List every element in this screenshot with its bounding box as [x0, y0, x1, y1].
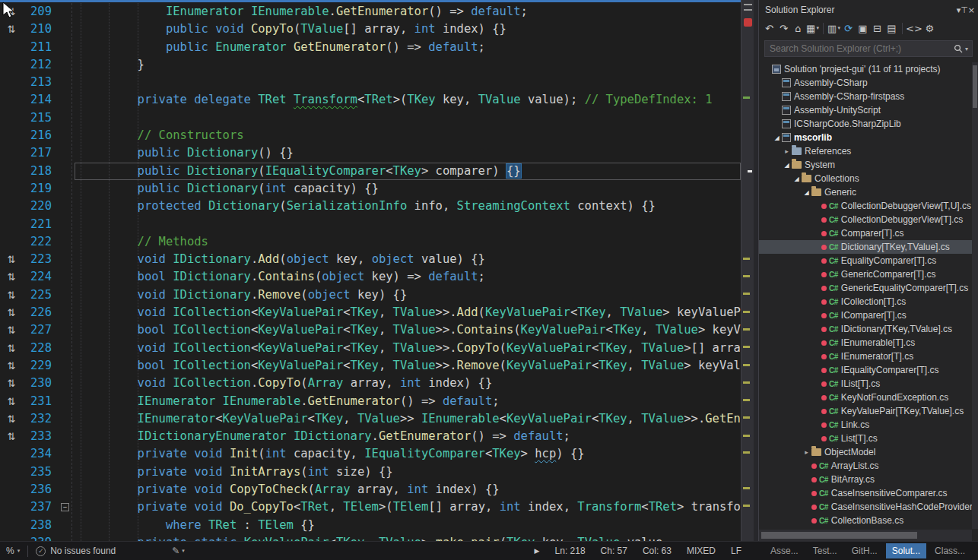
close-icon[interactable]: ×	[968, 5, 975, 15]
implements-arrows-icon[interactable]: ⇅	[8, 343, 16, 354]
code-line-236[interactable]: 236private void CopyToCheck(Array array,…	[0, 481, 741, 498]
tool-tab-test[interactable]: Test...	[807, 543, 843, 558]
back-icon[interactable]: ↶	[762, 21, 776, 36]
code-line-228[interactable]: ⇅228void ICollection<KeyValuePair<TKey, …	[0, 340, 741, 357]
code-line-217[interactable]: 217public Dictionary() {}	[0, 144, 741, 162]
tree-item[interactable]: C#CollectionDebuggerView[T].cs	[759, 213, 972, 226]
tree-item[interactable]: C#ICollection[T].cs	[759, 295, 972, 308]
tree-item[interactable]: C#CollectionDebuggerView[T,U].cs	[759, 199, 972, 213]
expander-icon[interactable]: ◢	[782, 162, 792, 169]
search-options-caret-icon[interactable]: ▾	[965, 46, 968, 52]
tool-tab-gith[interactable]: GitH...	[846, 543, 884, 558]
tree-item[interactable]: C#IEqualityComparer[T].cs	[759, 363, 972, 377]
code-line-214[interactable]: 214private delegate TRet Transform<TRet>…	[0, 91, 741, 109]
tree-item[interactable]: C#Dictionary[TKey,TValue].cs	[759, 240, 972, 254]
tree-item[interactable]: Assembly-CSharp	[759, 76, 972, 90]
code-line-209[interactable]: ⇅209IEnumerator IEnumerable.GetEnumerato…	[0, 3, 741, 21]
implements-arrows-icon[interactable]: ⇅	[8, 378, 16, 389]
code-line-211[interactable]: 211public Enumerator GetEnumerator() => …	[0, 39, 741, 56]
tree-item[interactable]: C#CollectionBase.cs	[759, 514, 972, 527]
tool-tab-tea[interactable]: Tea...	[973, 543, 978, 558]
issues-indicator[interactable]: ✓ No issues found	[36, 546, 116, 556]
tree-item[interactable]: ◢mscorlib	[759, 131, 972, 144]
implements-arrows-icon[interactable]: ⇅	[8, 24, 16, 35]
code-line-218[interactable]: 218public Dictionary(IEqualityComparer<T…	[0, 163, 741, 180]
tree-item[interactable]: Solution 'project-gui' (11 of 11 project…	[759, 62, 972, 76]
code-line-231[interactable]: ⇅231IEnumerator IEnumerable.GetEnumerato…	[0, 393, 741, 410]
tree-item[interactable]: C#KeyNotFoundException.cs	[759, 391, 972, 404]
implements-arrows-icon[interactable]: ⇅	[8, 431, 16, 442]
tree-item[interactable]: C#GenericEqualityComparer[T].cs	[759, 281, 972, 295]
tree-item[interactable]: ◢Generic	[759, 185, 972, 199]
tree-item[interactable]: C#IComparer[T].cs	[759, 308, 972, 322]
expander-icon[interactable]: ◢	[772, 134, 782, 141]
code-line-216[interactable]: 216// Constructors	[0, 127, 741, 144]
status-mixed[interactable]: MIXED	[687, 546, 716, 556]
tree-item[interactable]: C#BitArray.cs	[759, 473, 972, 486]
tree-item[interactable]: ◢Collections	[759, 172, 972, 185]
code-line-223[interactable]: ⇅223void IDictionary.Add(object key, obj…	[0, 251, 741, 268]
status-ch[interactable]: Ch: 57	[601, 546, 627, 556]
tree-item[interactable]: C#CaseInsensitiveComparer.cs	[759, 486, 972, 500]
search-input[interactable]	[770, 43, 954, 54]
tree-item[interactable]: C#List[T].cs	[759, 432, 972, 445]
switch-views-icon[interactable]: ▦▾	[805, 21, 820, 36]
code-cleanup-control[interactable]: ✎ ▾	[172, 546, 185, 556]
tree-item[interactable]: C#IEnumerator[T].cs	[759, 350, 972, 363]
code-line-221[interactable]: 221	[0, 216, 741, 233]
sync-with-active-document-icon[interactable]: ⟳	[841, 21, 856, 36]
tree-item[interactable]: C#Link.cs	[759, 418, 972, 432]
expander-icon[interactable]: ▸	[802, 448, 811, 456]
splitter-grip-icon[interactable]	[744, 4, 752, 11]
fold-collapse-box-icon[interactable]: −	[61, 503, 69, 511]
code-line-212[interactable]: 212}	[0, 56, 741, 74]
code-line-213[interactable]: 213	[0, 74, 741, 91]
implements-arrows-icon[interactable]: ⇅	[8, 271, 16, 283]
tree-item[interactable]: Assembly-CSharp-firstpass	[759, 90, 972, 103]
show-all-files-icon[interactable]: ▤	[884, 21, 899, 36]
zoom-select[interactable]: % ▾	[6, 546, 20, 556]
tool-tab-asse[interactable]: Asse...	[764, 543, 805, 558]
code-line-233[interactable]: ⇅233IDictionaryEnumerator IDictionary.Ge…	[0, 428, 741, 445]
collapse-all-icon[interactable]: ⊟	[870, 21, 884, 36]
code-line-215[interactable]: 215	[0, 109, 741, 127]
code-line-237[interactable]: 237−private void Do_CopyTo<TRet, TElem>(…	[0, 498, 741, 516]
preview-selected-items-icon[interactable]: ▣	[856, 21, 870, 36]
status-lf[interactable]: LF	[731, 546, 741, 556]
filter-icon[interactable]: ▥▾	[827, 21, 841, 36]
implements-arrows-icon[interactable]: ⇅	[8, 396, 16, 407]
search-box[interactable]: ▾	[764, 40, 973, 57]
code-line-226[interactable]: ⇅226void ICollection<KeyValuePair<TKey, …	[0, 304, 741, 321]
tree-item[interactable]: C#Comparer[T].cs	[759, 226, 972, 240]
code-line-235[interactable]: 235private void InitArrays(int size) {}	[0, 464, 741, 481]
properties-icon[interactable]: ⚙	[922, 21, 937, 36]
tree-item[interactable]: Assembly-UnityScript	[759, 103, 972, 117]
code-line-239[interactable]: 239private static KeyValuePair<TKey, TVa…	[0, 534, 741, 541]
code-line-219[interactable]: 219public Dictionary(int capacity) {}	[0, 180, 741, 198]
code-line-224[interactable]: ⇅224bool IDictionary.Contains(object key…	[0, 268, 741, 286]
tree-item[interactable]: C#IList[T].cs	[759, 377, 972, 391]
code-line-222[interactable]: 222// Methods	[0, 233, 741, 251]
expander-icon[interactable]: ◢	[802, 189, 811, 196]
implements-arrows-icon[interactable]: ⇅	[8, 289, 16, 301]
tree-item[interactable]: C#IDictionary[TKey,TValue].cs	[759, 322, 972, 336]
editor-vertical-scrollbar[interactable]	[741, 0, 754, 541]
status-col[interactable]: Col: 63	[643, 546, 672, 556]
implements-arrows-icon[interactable]: ⇅	[8, 254, 16, 265]
code-line-238[interactable]: 238where TRet : TElem {}	[0, 517, 741, 534]
home-icon[interactable]: ⌂	[791, 21, 805, 36]
code-line-220[interactable]: 220protected Dictionary(SerializationInf…	[0, 198, 741, 215]
code-line-229[interactable]: ⇅229bool ICollection<KeyValuePair<TKey, …	[0, 357, 741, 375]
code-line-225[interactable]: ⇅225void IDictionary.Remove(object key) …	[0, 286, 741, 304]
code-line-227[interactable]: ⇅227bool ICollection<KeyValuePair<TKey, …	[0, 321, 741, 339]
code-line-230[interactable]: ⇅230void ICollection.CopyTo(Array array,…	[0, 375, 741, 392]
tree-item[interactable]: C#IEnumerable[T].cs	[759, 336, 972, 350]
implements-arrows-icon[interactable]: ⇅	[8, 413, 16, 425]
view-code-icon[interactable]: <>	[906, 21, 922, 36]
code-line-210[interactable]: ⇅210public void CopyTo(TValue[] array, i…	[0, 21, 741, 38]
code-editor[interactable]: ⇅209IEnumerator IEnumerable.GetEnumerato…	[0, 0, 741, 541]
tree-hscroll-thumb[interactable]	[761, 532, 917, 539]
tree-item[interactable]: C#KeyValuePair[TKey,TValue].cs	[759, 404, 972, 418]
implements-arrows-icon[interactable]: ⇅	[8, 324, 16, 336]
tree-item[interactable]: C#GenericComparer[T].cs	[759, 267, 972, 281]
